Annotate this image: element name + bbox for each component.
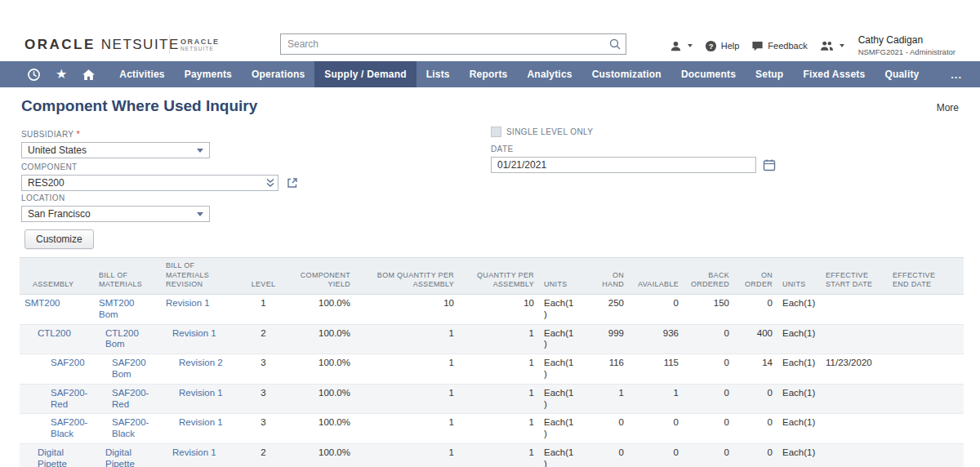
- svg-text:?: ?: [708, 42, 713, 50]
- date-input[interactable]: [491, 157, 756, 173]
- dropdown-arrow-icon: [197, 212, 203, 216]
- cell-qty: 1: [459, 324, 539, 354]
- nav-item-setup[interactable]: Setup: [746, 61, 793, 87]
- cell-qty: 10: [459, 295, 539, 325]
- calendar-icon[interactable]: [763, 158, 776, 171]
- revision-link[interactable]: Revision 1: [179, 388, 223, 398]
- nav-item-activities[interactable]: Activities: [109, 61, 174, 87]
- title-bar: Component Where Used Inquiry More: [0, 87, 980, 115]
- cell-available: 1: [629, 384, 684, 414]
- search-input[interactable]: [281, 34, 603, 54]
- select-list-icon[interactable]: [265, 177, 275, 189]
- single-level-checkbox[interactable]: [491, 127, 501, 137]
- cell-on_hand: 0: [581, 444, 629, 467]
- location-value: San Francisco: [28, 208, 91, 220]
- help-menu[interactable]: ? Help: [705, 40, 740, 52]
- company-logo-line1: ORACLE: [180, 38, 220, 46]
- nav-item-payments[interactable]: Payments: [175, 61, 242, 87]
- table-row: CTL200CTL200 BomRevision 12100.0%11Each(…: [20, 324, 964, 354]
- nav-item-fixed-assets[interactable]: Fixed Assets: [793, 61, 875, 87]
- logo-netsuite-text: NETSUITE: [101, 37, 180, 53]
- search-icon[interactable]: [608, 38, 621, 51]
- date-field: DATE: [491, 145, 776, 173]
- nav-overflow-menu[interactable]: ...: [933, 61, 980, 87]
- cell-available: 0: [629, 295, 684, 325]
- open-record-icon[interactable]: [287, 177, 298, 189]
- cell-on_order: 0: [734, 444, 777, 467]
- cell-assembly: SAF200: [20, 354, 94, 385]
- bom-link[interactable]: SAF200-Red: [112, 388, 149, 409]
- location-select[interactable]: San Francisco: [21, 206, 210, 222]
- subsidiary-select[interactable]: United States: [21, 142, 210, 158]
- assembly-link[interactable]: SAF200-Black: [51, 417, 87, 438]
- cell-units: Each(1): [539, 414, 581, 444]
- users-menu[interactable]: [820, 40, 844, 51]
- subsidiary-value: United States: [28, 145, 87, 156]
- revision-link[interactable]: Revision 1: [172, 328, 216, 338]
- nav-item-documents[interactable]: Documents: [671, 61, 746, 87]
- location-field: LOCATION San Francisco: [21, 193, 210, 222]
- bom-link[interactable]: SMT200 Bom: [99, 298, 134, 319]
- bom-link[interactable]: Digital Pipette: [105, 447, 135, 467]
- cell-bom_qty: 1: [355, 384, 459, 414]
- nav-item-analytics[interactable]: Analytics: [517, 61, 581, 87]
- cell-eff_start: 11/23/2020: [821, 354, 888, 385]
- column-header-on_hand: ON HAND: [581, 258, 629, 295]
- assembly-link[interactable]: SMT200: [24, 298, 60, 308]
- location-label: LOCATION: [21, 193, 210, 202]
- assembly-link[interactable]: CTL200: [38, 328, 71, 338]
- cell-units: Each(1): [539, 384, 581, 414]
- cell-qty: 1: [459, 354, 539, 385]
- cell-on_order: 0: [734, 384, 777, 414]
- cell-on_order: 0: [734, 414, 777, 444]
- revision-link[interactable]: Revision 2: [179, 358, 223, 367]
- cell-level: 3: [241, 414, 286, 444]
- nav-item-lists[interactable]: Lists: [416, 61, 460, 87]
- cell-revision: Revision 1: [161, 444, 241, 467]
- assembly-link[interactable]: SAF200: [51, 358, 85, 367]
- caret-down-icon: [688, 44, 693, 47]
- netsuite-logo[interactable]: ORACLE NETSUITE: [24, 37, 180, 53]
- cell-assembly: SMT200: [20, 295, 94, 325]
- cell-available: 0: [629, 444, 684, 467]
- feedback-icon: [751, 40, 764, 52]
- users-icon: [820, 40, 834, 51]
- cell-level: 2: [241, 324, 286, 354]
- cell-revision: Revision 1: [161, 414, 241, 444]
- revision-link[interactable]: Revision 1: [172, 447, 216, 457]
- nav-item-quality[interactable]: Quality: [875, 61, 929, 87]
- nav-item-supply-demand[interactable]: Supply / Demand: [314, 61, 416, 87]
- revision-link[interactable]: Revision 1: [166, 298, 210, 308]
- cell-eff_start: [821, 384, 888, 414]
- user-info[interactable]: Cathy Cadigan NSMFG2021 - Administrator: [858, 34, 956, 57]
- cell-bom: SAF200-Red: [94, 384, 161, 414]
- assembly-link[interactable]: Digital Pipette: [38, 447, 67, 467]
- cell-units: Each(1): [539, 444, 581, 467]
- nav-item-reports[interactable]: Reports: [460, 61, 518, 87]
- table-row: SAF200SAF200 BomRevision 23100.0%11Each(…: [20, 354, 964, 385]
- cell-bom_qty: 10: [355, 295, 459, 325]
- shortcuts-star-icon[interactable]: ★: [48, 61, 74, 87]
- component-input[interactable]: [21, 175, 278, 191]
- bom-link[interactable]: SAF200 Bom: [112, 358, 146, 379]
- recent-records-icon[interactable]: [20, 61, 48, 87]
- assembly-link[interactable]: SAF200-Red: [51, 388, 87, 409]
- column-header-bom: BILL OF MATERIALS: [94, 258, 161, 295]
- cell-eff_end: [888, 324, 964, 354]
- cell-back_ordered: 0: [684, 444, 734, 467]
- nav-item-operations[interactable]: Operations: [242, 61, 314, 87]
- cell-units2: Each(1): [777, 295, 821, 325]
- nav-item-customization[interactable]: Customization: [582, 61, 671, 87]
- cell-qty: 1: [459, 414, 539, 444]
- cell-revision: Revision 1: [161, 384, 241, 414]
- cell-on_order: 0: [734, 295, 777, 325]
- role-menu[interactable]: [670, 40, 693, 52]
- bom-link[interactable]: CTL200 Bom: [105, 328, 139, 349]
- bom-link[interactable]: SAF200-Black: [112, 417, 149, 438]
- more-link[interactable]: More: [937, 102, 959, 115]
- revision-link[interactable]: Revision 1: [179, 417, 223, 427]
- results-section: Customize ASSEMBLYBILL OF MATERIALSBILL …: [20, 229, 960, 467]
- feedback-menu[interactable]: Feedback: [751, 40, 807, 52]
- home-icon[interactable]: [74, 61, 103, 87]
- customize-button[interactable]: Customize: [24, 229, 94, 249]
